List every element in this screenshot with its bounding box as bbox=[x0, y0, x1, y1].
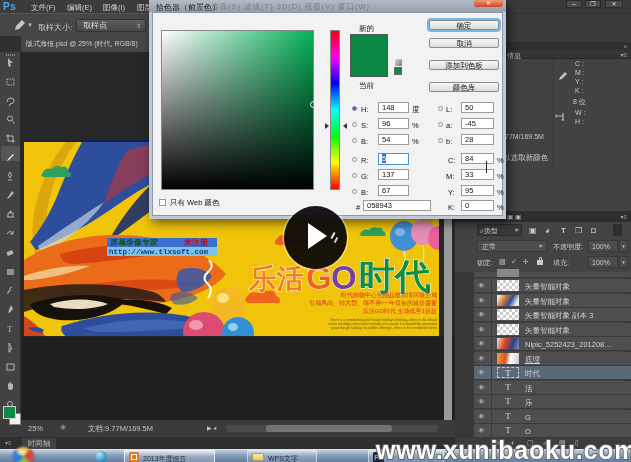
svg-text:引领风尚、特大型、嗨不停!一年仅有的减价盛宴: 引领风尚、特大型、嗨不停!一年仅有的减价盛宴 bbox=[309, 299, 437, 307]
svg-text:时代: 时代 bbox=[359, 256, 431, 297]
svg-text:http://www.tlxsoft.com: http://www.tlxsoft.com bbox=[109, 248, 209, 256]
svg-text:乐活GO时代 全场低至1折起: 乐活GO时代 全场低至1折起 bbox=[363, 307, 437, 315]
svg-text:good though holiday, incredibl: good though holiday, incredible offering… bbox=[331, 326, 437, 330]
svg-text:未注册: 未注册 bbox=[183, 238, 208, 247]
svg-text:乐活: 乐活 bbox=[248, 263, 305, 294]
svg-text:时代购物中心亮丽起航浓情回馈全城: 时代购物中心亮丽起航浓情回馈全城 bbox=[341, 291, 437, 299]
svg-text:O: O bbox=[331, 259, 357, 296]
svg-text:屏幕录像专家: 屏幕录像专家 bbox=[109, 237, 159, 247]
svg-text:T: T bbox=[7, 324, 13, 334]
